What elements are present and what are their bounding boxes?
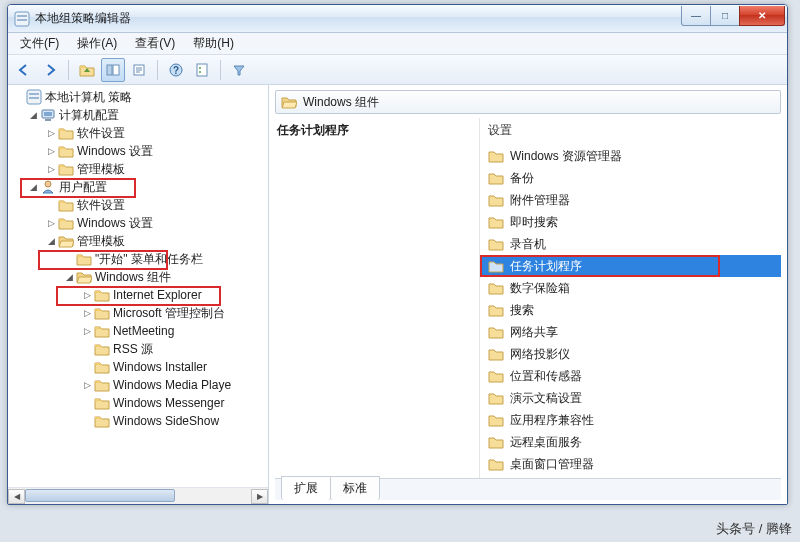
tree-uc-windows[interactable]: ▷ Windows 设置 (8, 214, 268, 232)
expand-icon[interactable]: ▷ (44, 126, 58, 140)
tree-label: "开始" 菜单和任务栏 (95, 251, 203, 268)
list-item-label: Windows 资源管理器 (510, 148, 622, 165)
expand-icon[interactable]: ▷ (80, 378, 94, 392)
list-item[interactable]: 远程桌面服务 (480, 431, 781, 453)
tree-cc-windows[interactable]: ▷ Windows 设置 (8, 142, 268, 160)
tree-mmc[interactable]: ▷ Microsoft 管理控制台 (8, 304, 268, 322)
list-item[interactable]: 附件管理器 (480, 189, 781, 211)
list-item[interactable]: 录音机 (480, 233, 781, 255)
list-item[interactable]: 桌面窗口管理器 (480, 453, 781, 475)
folder-icon (76, 251, 92, 267)
tree-uc-software[interactable]: 软件设置 (8, 196, 268, 214)
svg-rect-8 (113, 65, 119, 75)
minimize-button[interactable]: — (681, 6, 711, 26)
properties-button[interactable] (190, 58, 214, 82)
expand-icon[interactable]: ▷ (80, 324, 94, 338)
tree-sideshow[interactable]: Windows SideShow (8, 412, 268, 430)
expand-icon[interactable]: ▷ (80, 306, 94, 320)
expand-icon[interactable] (80, 360, 94, 374)
menu-view[interactable]: 查看(V) (127, 33, 183, 54)
menu-file[interactable]: 文件(F) (12, 33, 67, 54)
expand-icon[interactable] (80, 414, 94, 428)
list-item[interactable]: 数字保险箱 (480, 277, 781, 299)
list-item[interactable]: 网络投影仪 (480, 343, 781, 365)
scroll-left-button[interactable]: ◀ (8, 489, 25, 504)
description-pane: 任务计划程序 (275, 118, 480, 478)
svg-rect-12 (197, 64, 207, 76)
list-item[interactable]: 网络共享 (480, 321, 781, 343)
up-button[interactable] (75, 58, 99, 82)
tree-ie[interactable]: ▷ Internet Explorer (8, 286, 268, 304)
tree-windows-components[interactable]: ◢ Windows 组件 (8, 268, 268, 286)
forward-button[interactable] (38, 58, 62, 82)
folder-icon (94, 287, 110, 303)
export-button[interactable] (127, 58, 151, 82)
tree-label: 本地计算机 策略 (45, 89, 132, 106)
expand-icon[interactable] (80, 342, 94, 356)
tree-computer-config[interactable]: ◢ 计算机配置 (8, 106, 268, 124)
settings-list[interactable]: Windows 资源管理器备份附件管理器即时搜索录音机任务计划程序数字保险箱搜索… (480, 145, 781, 478)
tree-user-config[interactable]: ◢ 用户配置 (8, 178, 268, 196)
collapse-icon[interactable]: ◢ (44, 234, 58, 248)
toolbar-separator (157, 60, 158, 80)
tree-messenger[interactable]: Windows Messenger (8, 394, 268, 412)
collapse-icon[interactable]: ◢ (26, 180, 40, 194)
back-button[interactable] (12, 58, 36, 82)
list-item[interactable]: 备份 (480, 167, 781, 189)
scroll-thumb[interactable] (25, 489, 175, 502)
scroll-track[interactable] (25, 489, 251, 504)
maximize-button[interactable]: □ (710, 6, 740, 26)
collapse-icon[interactable]: ◢ (26, 108, 40, 122)
list-item[interactable]: 位置和传感器 (480, 365, 781, 387)
list-item[interactable]: 演示文稿设置 (480, 387, 781, 409)
list-item[interactable]: 即时搜索 (480, 211, 781, 233)
menu-action[interactable]: 操作(A) (69, 33, 125, 54)
collapse-icon[interactable] (12, 90, 26, 104)
tree-windows-installer[interactable]: Windows Installer (8, 358, 268, 376)
horizontal-scrollbar[interactable]: ◀ ▶ (8, 487, 268, 504)
help-button[interactable]: ? (164, 58, 188, 82)
list-item[interactable]: 搜索 (480, 299, 781, 321)
expand-icon[interactable]: ▷ (80, 288, 94, 302)
list-item[interactable]: 应用程序兼容性 (480, 409, 781, 431)
tree-uc-admin-tpl[interactable]: ◢ 管理模板 (8, 232, 268, 250)
list-item-label: 搜索 (510, 302, 534, 319)
settings-heading: 设置 (480, 118, 781, 145)
folder-icon (488, 192, 504, 208)
tree-root[interactable]: 本地计算机 策略 (8, 88, 268, 106)
expand-icon[interactable]: ▷ (44, 144, 58, 158)
tree-label: Windows 设置 (77, 215, 153, 232)
folder-icon (94, 377, 110, 393)
tab-standard[interactable]: 标准 (330, 476, 380, 500)
tree-wmp[interactable]: ▷ Windows Media Playe (8, 376, 268, 394)
list-item[interactable]: 任务计划程序 (480, 255, 781, 277)
expand-icon[interactable]: ▷ (44, 216, 58, 230)
expand-icon[interactable] (44, 198, 58, 212)
tree[interactable]: 本地计算机 策略 ◢ 计算机配置 ▷ 软件设置 ▷ Windows 设置 (8, 85, 268, 487)
svg-point-14 (199, 71, 201, 73)
menu-help[interactable]: 帮助(H) (185, 33, 242, 54)
tree-netmeeting[interactable]: ▷ NetMeeting (8, 322, 268, 340)
tree-start-menu[interactable]: "开始" 菜单和任务栏 (8, 250, 268, 268)
close-button[interactable]: ✕ (739, 6, 785, 26)
breadcrumb[interactable]: Windows 组件 (275, 90, 781, 114)
folder-icon (58, 161, 74, 177)
tree-label: Windows 组件 (95, 269, 171, 286)
breadcrumb-text: Windows 组件 (303, 94, 379, 111)
show-tree-button[interactable] (101, 58, 125, 82)
titlebar[interactable]: 本地组策略编辑器 — □ ✕ (8, 5, 787, 33)
folder-icon (94, 395, 110, 411)
collapse-icon[interactable]: ◢ (62, 270, 76, 284)
list-item[interactable]: Windows 资源管理器 (480, 145, 781, 167)
tree-label: 用户配置 (59, 179, 107, 196)
tree-rss[interactable]: RSS 源 (8, 340, 268, 358)
expand-icon[interactable] (62, 252, 76, 266)
tree-cc-admin-tpl[interactable]: ▷ 管理模板 (8, 160, 268, 178)
tree-cc-software[interactable]: ▷ 软件设置 (8, 124, 268, 142)
scroll-right-button[interactable]: ▶ (251, 489, 268, 504)
expand-icon[interactable] (80, 396, 94, 410)
tab-extended[interactable]: 扩展 (281, 476, 331, 500)
filter-button[interactable] (227, 58, 251, 82)
expand-icon[interactable]: ▷ (44, 162, 58, 176)
folder-icon (488, 258, 504, 274)
